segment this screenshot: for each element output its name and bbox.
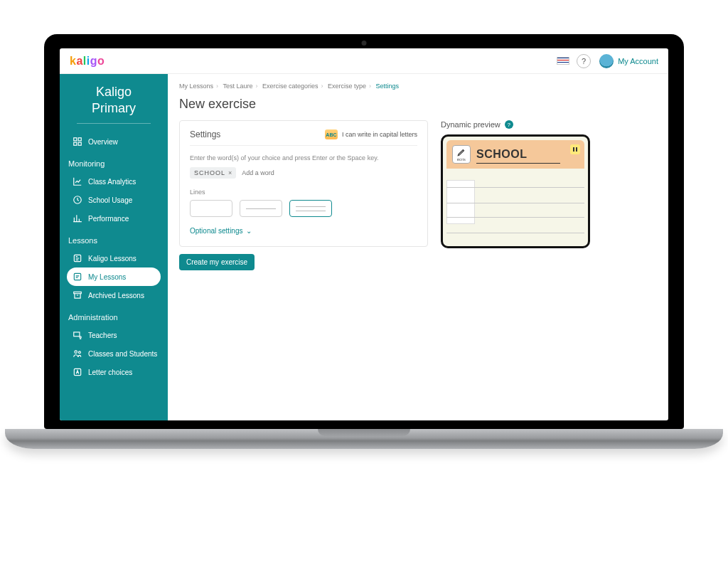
- svg-point-11: [78, 351, 80, 354]
- sidebar-item-performance[interactable]: Performance: [67, 209, 161, 228]
- chart-icon: [73, 176, 82, 186]
- sidebar-item-label: Performance: [88, 215, 129, 223]
- language-flag-icon[interactable]: [557, 57, 569, 65]
- laptop-mockup: kaligo ? My Account Kaligo Primary: [44, 34, 684, 449]
- svg-point-10: [75, 351, 77, 354]
- app-screen: kaligo ? My Account Kaligo Primary: [60, 48, 668, 420]
- capital-letters-icon: ABC: [325, 129, 338, 139]
- sidebar-item-label: Letter choices: [88, 369, 132, 376]
- svg-point-9: [80, 336, 81, 338]
- card-divider: [190, 145, 417, 146]
- page-title: New exercise: [179, 97, 657, 112]
- laptop-screen-frame: kaligo ? My Account Kaligo Primary: [44, 34, 684, 429]
- pause-icon: [570, 144, 580, 154]
- tablet-preview: écris SCHOOL: [441, 134, 590, 248]
- breadcrumb-link[interactable]: Test Laure: [223, 83, 252, 90]
- sidebar-item-overview[interactable]: Overview: [67, 132, 161, 151]
- writing-line: [446, 187, 584, 188]
- svg-rect-7: [74, 292, 82, 293]
- letters-icon: [73, 367, 82, 377]
- sidebar-item-label: My Lessons: [88, 273, 126, 281]
- archive-icon: [73, 290, 82, 300]
- sidebar-item-label: Overview: [88, 138, 118, 146]
- svg-rect-6: [74, 273, 80, 280]
- classes-icon: [73, 349, 82, 359]
- sidebar-item-label: Kaligo Lessons: [88, 255, 136, 263]
- line-option-single[interactable]: [240, 200, 282, 217]
- optional-settings-toggle[interactable]: Optional settings ⌄: [190, 227, 417, 235]
- sidebar-item-class-analytics[interactable]: Class Analytics: [67, 172, 161, 191]
- sidebar-item-label: Class Analytics: [88, 178, 136, 186]
- preview-word: SCHOOL: [476, 148, 527, 161]
- word-chip: SCHOOL ×: [190, 167, 236, 179]
- word-chip-text: SCHOOL: [194, 169, 225, 176]
- avatar-icon: [599, 54, 614, 68]
- word-hint: Enter the word(s) of your choice and pre…: [190, 154, 417, 161]
- settings-card: Settings ABC I can write in capital lett…: [179, 120, 428, 247]
- top-bar: kaligo ? My Account: [60, 48, 668, 74]
- teachers-icon: [73, 330, 82, 340]
- sidebar-item-archived-lessons[interactable]: Archived Lessons: [67, 286, 161, 304]
- word-input-row: SCHOOL ×: [190, 167, 417, 179]
- writing-line: [446, 217, 584, 218]
- svg-rect-2: [74, 142, 77, 145]
- sidebar-item-kaligo-lessons[interactable]: Kaligo Lessons: [67, 249, 161, 267]
- breadcrumb-link[interactable]: Exercise categories: [262, 83, 318, 90]
- sidebar-title: Kaligo Primary: [67, 84, 161, 116]
- sidebar-item-label: Classes and Students: [88, 350, 157, 358]
- line-option-none[interactable]: [190, 200, 232, 217]
- capability-label: ABC I can write in capital letters: [325, 129, 417, 139]
- my-lessons-icon: [73, 272, 82, 282]
- writing-line: [446, 233, 584, 233]
- capability-text: I can write in capital letters: [342, 131, 417, 138]
- sidebar-item-teachers[interactable]: Teachers: [67, 326, 161, 344]
- settings-heading: Settings: [190, 129, 220, 139]
- preview-column: Dynamic preview ? écris SCHOOL: [441, 120, 657, 248]
- line-options: [190, 200, 417, 217]
- pencil-icon: [456, 147, 466, 157]
- sidebar-item-label: Archived Lessons: [88, 292, 144, 299]
- line-option-double[interactable]: [289, 200, 332, 217]
- app-body: Kaligo Primary Overview Monitoring: [60, 74, 668, 420]
- preview-writing-area: [446, 174, 584, 245]
- breadcrumb-link[interactable]: My Lessons: [179, 83, 213, 90]
- camera-dot: [362, 41, 367, 46]
- preview-underline: [476, 163, 560, 164]
- laptop-notch: [318, 429, 410, 436]
- help-button[interactable]: ?: [577, 54, 591, 68]
- overview-icon: [73, 137, 82, 147]
- sidebar-divider: [77, 123, 151, 124]
- breadcrumb: My Lessons› Test Laure› Exercise categor…: [179, 83, 657, 90]
- sidebar-item-classes-students[interactable]: Classes and Students: [67, 344, 161, 363]
- svg-rect-3: [78, 142, 81, 145]
- add-word-input[interactable]: [242, 169, 306, 176]
- account-label: My Account: [618, 57, 658, 65]
- info-icon[interactable]: ?: [505, 120, 513, 129]
- remove-chip-button[interactable]: ×: [228, 169, 232, 176]
- usage-icon: [73, 195, 82, 205]
- breadcrumb-link[interactable]: Exercise type: [328, 83, 366, 90]
- sidebar-item-label: School Usage: [88, 196, 132, 204]
- svg-rect-1: [78, 138, 81, 141]
- preview-title: Dynamic preview ?: [441, 120, 657, 129]
- sidebar-item-letter-choices[interactable]: Letter choices: [67, 363, 161, 381]
- preview-header: écris SCHOOL: [446, 140, 584, 169]
- sidebar-section-lessons: Lessons: [68, 236, 159, 245]
- pencil-box: écris: [452, 145, 471, 164]
- pencil-caption: écris: [457, 157, 466, 161]
- sidebar-item-school-usage[interactable]: School Usage: [67, 191, 161, 209]
- breadcrumb-current: Settings: [376, 83, 400, 90]
- sidebar-section-admin: Administration: [68, 313, 159, 322]
- chevron-down-icon: ⌄: [246, 227, 252, 235]
- sidebar-item-my-lessons[interactable]: My Lessons: [67, 267, 161, 286]
- laptop-base: [5, 429, 723, 449]
- sidebar-section-monitoring: Monitoring: [68, 159, 159, 168]
- account-menu[interactable]: My Account: [599, 54, 658, 68]
- sidebar-item-label: Teachers: [88, 332, 117, 339]
- brand-logo[interactable]: kaligo: [70, 55, 105, 68]
- create-exercise-button[interactable]: Create my exercise: [179, 254, 255, 270]
- kaligo-lessons-icon: [73, 253, 82, 263]
- svg-rect-8: [74, 332, 80, 336]
- writing-line: [446, 203, 584, 203]
- performance-icon: [73, 213, 82, 223]
